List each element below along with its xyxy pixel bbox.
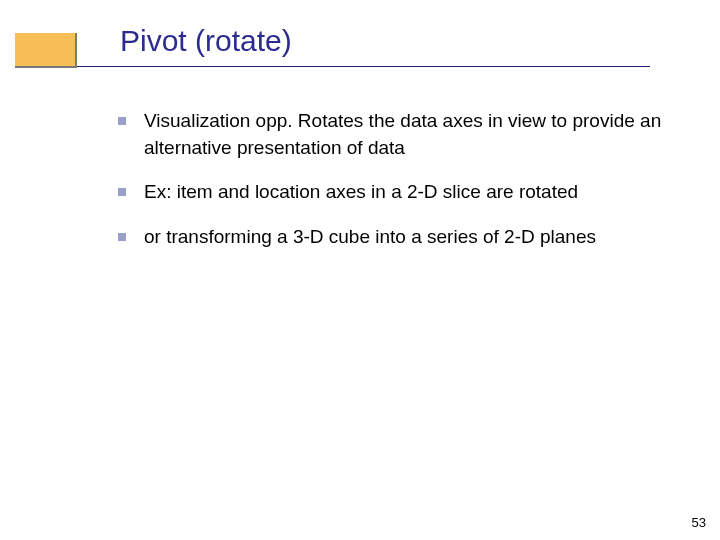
bullet-text: Ex: item and location axes in a 2-D slic… [144,179,578,206]
list-item: Visualization opp. Rotates the data axes… [118,108,670,161]
square-bullet-icon [118,233,126,241]
title-underline [77,66,650,67]
accent-box [15,33,77,68]
slide-title: Pivot (rotate) [120,24,680,58]
title-area: Pivot (rotate) [120,24,680,64]
bullet-text: or transforming a 3-D cube into a series… [144,224,596,251]
slide-body: Visualization opp. Rotates the data axes… [118,108,670,268]
square-bullet-icon [118,188,126,196]
bullet-text: Visualization opp. Rotates the data axes… [144,108,670,161]
list-item: Ex: item and location axes in a 2-D slic… [118,179,670,206]
square-bullet-icon [118,117,126,125]
page-number: 53 [692,515,706,530]
list-item: or transforming a 3-D cube into a series… [118,224,670,251]
